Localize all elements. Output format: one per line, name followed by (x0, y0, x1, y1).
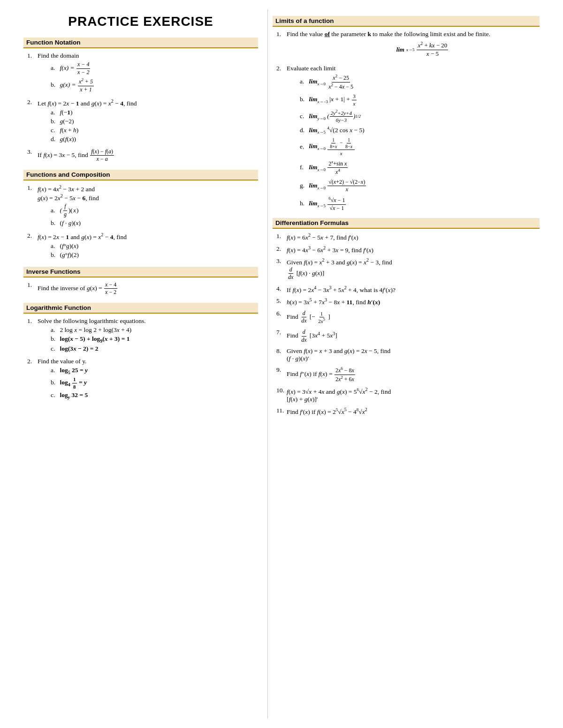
item-number: 1. (27, 317, 38, 325)
list-item: 4. If f(x) = 2x4 − 3x3 + 5x2 + 4, what i… (276, 285, 540, 294)
numerator: 2y2+2y+4 (330, 109, 353, 117)
item-number: 7. (276, 329, 287, 336)
fraction: 2x+sin x x4 (327, 159, 348, 176)
item-number: 1. (27, 184, 38, 192)
denominator: x − 2 (104, 289, 117, 296)
numerator: 2x6 − 8x (335, 366, 355, 375)
lim-keyword: lim (309, 96, 317, 103)
numerator: x2 − 25 (332, 74, 350, 83)
sub-item: a. log5 25 = y (51, 367, 258, 375)
sub-item: e. limx→0 1 8+x − (300, 137, 540, 157)
main-title: PRACTICE EXERCISE (23, 14, 258, 29)
item-content: f(x) = 4x2 − 3x + 2 and g(x) = 2x2 − 5x … (38, 184, 258, 228)
list-item: 11. Find f′(x) if f(x) = 25√x5 − 48√x2 (276, 407, 540, 416)
fraction: 3 x (352, 93, 357, 107)
item-number: 1. (27, 281, 38, 289)
lim-keyword: lim (309, 127, 317, 134)
item-content: Find d dx [− 1 2x5 ] (287, 310, 540, 325)
fraction: x2 + kx − 20 x − 5 (417, 41, 448, 58)
denominator: dx (300, 317, 307, 325)
lim-sub: x→5 (317, 130, 326, 135)
list-item: 10. f(x) = 3√x + 4x and g(x) = 56√x2 − 2… (276, 387, 540, 403)
lim-sub: y→0 (317, 116, 326, 121)
item-content: h(x) = 3x5 + 7x3 − 8x + 11, find h′(x) (287, 297, 540, 306)
denominator: 2x2 + 6x (335, 375, 355, 383)
fraction: x2 + 5 x + 1 (78, 77, 94, 93)
fraction: f g (63, 203, 68, 218)
denominator: g (63, 211, 68, 218)
numerator: x − 4 (104, 281, 117, 289)
sub-item: d. g(f(x)) (51, 135, 258, 143)
item-content: Find the inverse of g(x) = x − 4 x − 2 (38, 281, 258, 296)
fraction: √(x+2) − √(2−x) x (327, 179, 366, 194)
sub-item: c. limy→0 ( 2y2+2y+4 6y−3 )1/2 (300, 109, 540, 123)
sub-item: a. limx→0 x2 − 25 x2 − 4x − 5 (300, 74, 540, 90)
list-item: 2. Find the value of y. a. log5 25 = y b… (27, 358, 258, 401)
fraction: 2y2+2y+4 6y−3 (330, 109, 353, 123)
denominator: x − 2 (76, 69, 90, 76)
list-item: 1. f(x) = 4x2 − 3x + 2 and g(x) = 2x2 − … (27, 184, 258, 228)
list-item: 2. f(x) = 4x3 − 6x2 + 3x = 9, find f′(x) (276, 245, 540, 254)
list-item: 2. Evaluate each limit a. limx→0 x2 − 25… (276, 65, 540, 214)
sub-item: b. g(−2) (51, 118, 258, 125)
denominator: x (352, 100, 357, 107)
item-number: 2. (27, 358, 38, 365)
list-item: 1. Solve the following logarithmic equat… (27, 317, 258, 354)
fraction: 1 2x5 (317, 310, 326, 324)
list-item: 1. Find the inverse of g(x) = x − 4 x − … (27, 281, 258, 296)
lim-keyword: lim (309, 200, 317, 207)
item-number: 2. (276, 245, 287, 253)
sub-item: c. logy 32 = 5 (51, 391, 258, 400)
denominator: dx (300, 337, 307, 344)
item-content: Evaluate each limit a. limx→0 x2 − 25 x2… (287, 65, 540, 214)
numerator: 1 (320, 310, 324, 317)
denominator: x (339, 150, 343, 157)
denominator: 2x5 (317, 317, 326, 324)
item-number: 5. (276, 297, 287, 305)
sub-label: b. (51, 81, 58, 89)
numerator: x2 + 5 (78, 77, 94, 86)
numerator: √(x+2) − √(2−x) (327, 179, 366, 187)
denominator: x − 5 (426, 50, 440, 58)
page: PRACTICE EXERCISE Function Notation 1. F… (0, 0, 563, 728)
list-item: 7. Find d dx [3x4 + 5x3] (276, 329, 540, 344)
numerator: 3 (352, 93, 357, 100)
fraction: 2x6 − 8x 2x2 + 6x (335, 366, 355, 383)
denominator: 6y−3 (335, 117, 348, 123)
item-content: If f(x) = 2x4 − 3x3 + 5x2 + 4, what is 4… (287, 285, 540, 294)
math-expr: g(x) = x2 + 5 x + 1 (60, 81, 94, 88)
item-content: Find the value of y. a. log5 25 = y b. l… (38, 358, 258, 401)
lim-keyword: lim (309, 113, 317, 120)
item-content: Find f′′(x) if f(x) = 2x6 − 8x 2x2 + 6x (287, 366, 540, 383)
sub-item: a. ( f g )(x) (51, 203, 258, 218)
denominator: x + 1 (79, 86, 92, 94)
list-item: 8. Given f(x) = x + 3 and g(x) = 2x − 5,… (276, 347, 540, 362)
item-content: Find f′(x) if f(x) = 25√x5 − 48√x2 (287, 407, 540, 416)
item-number: 3. (276, 257, 287, 265)
denominator: x4 (335, 168, 341, 176)
lim-keyword: lim (309, 164, 317, 171)
list-item: 3. If f(x) = 3x − 5, find f(x) − f(a) x … (27, 148, 258, 163)
item-content: Let f(x) = 2x − 1 and g(x) = x2 − 4, fin… (38, 98, 258, 144)
numerator: 1 8+x − 1 8−x (327, 137, 355, 150)
item-number: 1. (276, 30, 287, 38)
section-header-logarithmic: Logarithmic Function (23, 303, 258, 314)
numerator: x2 + kx − 20 (417, 41, 448, 50)
section-differentiation: 1. f(x) = 6x2 − 5x + 7, find f′(x) 2. f(… (273, 233, 540, 415)
section-function-notation: 1. Find the domain a. f(x) = x − 4 x − 2 (23, 52, 258, 163)
sub-item: g. limx→0 √(x+2) − √(2−x) x (300, 179, 540, 194)
lim-subscript: x→5 (406, 47, 415, 52)
sub-item: a. 2 log x = log 2 + log(3x + 4) (51, 326, 258, 334)
numerator: d (289, 266, 293, 274)
math-expr: f(x) = x − 4 x − 2 (60, 64, 91, 71)
item-number: 11. (276, 407, 287, 414)
numerator: f(x) − f(a) (90, 148, 114, 156)
sub-item: d. limx→5 4√(2 cos x − 5) (300, 126, 540, 135)
item-number: 2. (27, 98, 38, 106)
fraction: x2 − 25 x2 − 4x − 5 (327, 74, 354, 90)
sub-item: b. log4 1 8 = y (51, 376, 258, 390)
sub-item: b. (g°f)(2) (51, 251, 258, 259)
numerator: f (63, 203, 67, 211)
list-item: 9. Find f′′(x) if f(x) = 2x6 − 8x 2x2 + … (276, 366, 540, 383)
fraction: d dx (300, 310, 307, 325)
